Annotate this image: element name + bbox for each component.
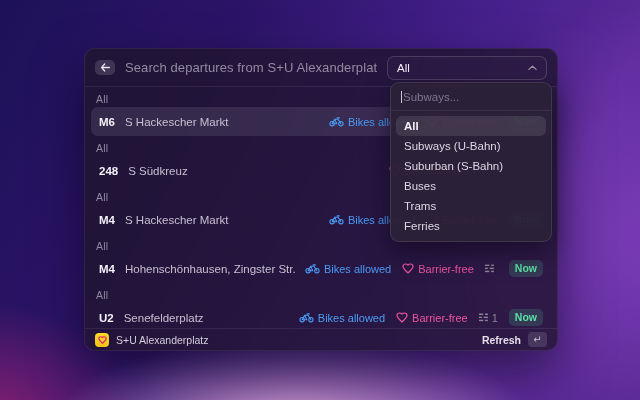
line-badge: U2 [99, 312, 114, 324]
bike-icon [305, 263, 320, 274]
platform-icon [479, 313, 489, 322]
line-badge: M4 [99, 214, 115, 226]
enter-key-icon: ↵ [528, 332, 547, 347]
app-title: S+U Alexanderplatz [116, 334, 475, 346]
refresh-button[interactable]: Refresh [482, 334, 521, 346]
action-bar: S+U Alexanderplatz Refresh ↵ [85, 328, 557, 350]
option-trams[interactable]: Trams [396, 196, 546, 216]
back-button[interactable] [95, 60, 115, 75]
back-arrow-icon [100, 63, 111, 72]
barrier-free-badge: Barrier-free [402, 263, 474, 275]
section-header: All [85, 283, 557, 303]
now-badge: Now [509, 260, 543, 277]
platform-icon [485, 264, 495, 273]
text-cursor [401, 91, 402, 103]
filter-dropdown[interactable]: All [387, 56, 547, 80]
barrier-free-badge: Barrier-free [396, 312, 468, 324]
line-badge: M6 [99, 116, 115, 128]
filter-search-input[interactable]: Subways... [391, 83, 551, 111]
platform-badge: 1 [479, 312, 498, 324]
launcher-window: Search departures from S+U Alexanderplat… [84, 48, 558, 351]
platform-badge [485, 264, 498, 273]
desktop: { "header": { "search_placeholder": "Sea… [0, 0, 640, 400]
departure-row-m4-hohenschoenhausen[interactable]: M4 Hohenschönhausen, Zingster Str. Bikes… [91, 254, 551, 283]
option-buses[interactable]: Buses [396, 176, 546, 196]
line-badge: M4 [99, 263, 115, 275]
bike-icon [329, 116, 344, 127]
option-ferries[interactable]: Ferries [396, 216, 546, 236]
option-subways[interactable]: Subways (U-Bahn) [396, 136, 546, 156]
destination-label: S Südkreuz [128, 165, 187, 177]
bike-icon [299, 312, 314, 323]
heart-icon [396, 312, 408, 323]
filter-options: All Subways (U-Bahn) Suburban (S-Bahn) B… [391, 111, 551, 241]
bikes-allowed-badge: Bikes allowed [305, 263, 391, 275]
filter-selected-value: All [397, 62, 410, 74]
destination-label: S Hackescher Markt [125, 214, 229, 226]
option-all[interactable]: All [396, 116, 546, 136]
bike-icon [329, 214, 344, 225]
filter-dropdown-panel: Subways... All Subways (U-Bahn) Suburban… [390, 82, 552, 242]
platform-number: 1 [492, 312, 498, 324]
destination-label: Senefelderplatz [124, 312, 204, 324]
line-badge: 248 [99, 165, 118, 177]
destination-label: S Hackescher Markt [125, 116, 229, 128]
destination-label: Hohenschönhausen, Zingster Str. [125, 263, 296, 275]
chevron-up-icon [528, 65, 537, 71]
heart-icon [402, 263, 414, 274]
option-suburban[interactable]: Suburban (S-Bahn) [396, 156, 546, 176]
now-badge: Now [509, 309, 543, 326]
app-heart-icon [95, 333, 109, 347]
bikes-allowed-badge: Bikes allowed [299, 312, 385, 324]
search-input[interactable]: Search departures from S+U Alexanderplat… [125, 60, 377, 75]
